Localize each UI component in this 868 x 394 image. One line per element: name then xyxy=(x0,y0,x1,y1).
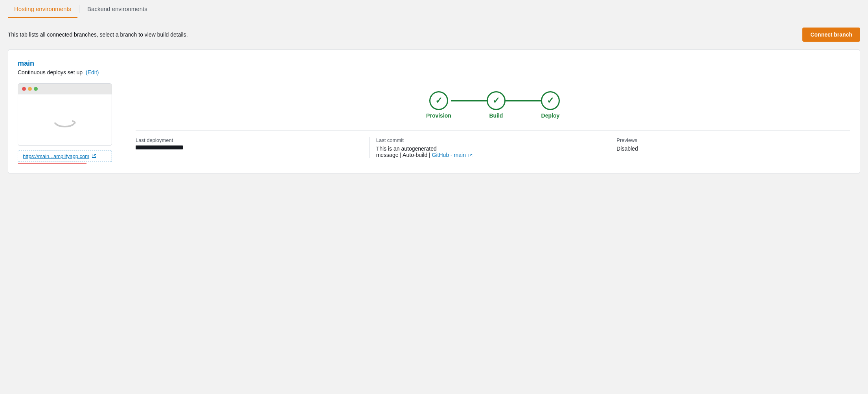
pipeline-line-2 xyxy=(506,100,541,101)
previews-value: Disabled xyxy=(616,145,844,152)
last-commit-text1: This is an autogenerated xyxy=(376,145,437,152)
tabs-bar: Hosting environments Backend environment… xyxy=(0,0,868,18)
preview-section: https://main...amplifyapp.com xyxy=(18,83,120,164)
page-wrapper: Hosting environments Backend environment… xyxy=(0,0,868,394)
detail-col-last-deployment: Last deployment xyxy=(136,137,370,158)
last-deployment-bar xyxy=(136,145,183,149)
last-commit-label: Last commit xyxy=(376,137,604,143)
tab-hosting[interactable]: Hosting environments xyxy=(8,0,77,18)
github-link[interactable]: GitHub - main xyxy=(432,152,473,158)
pipeline-step-deploy: ✓ Deploy xyxy=(541,91,560,119)
pipeline-and-details: ✓ Provision ✓ Build xyxy=(136,83,850,158)
last-commit-value: This is an autogenerated message | Auto-… xyxy=(376,145,604,158)
pipeline-step-provision: ✓ Provision xyxy=(426,91,451,119)
detail-col-last-commit: Last commit This is an autogenerated mes… xyxy=(370,137,611,158)
edit-link[interactable]: (Edit) xyxy=(86,69,99,75)
continuous-deploys-row: Continuous deploys set up (Edit) xyxy=(18,69,850,75)
browser-toolbar xyxy=(18,84,112,94)
branch-name[interactable]: main xyxy=(18,59,850,68)
dot-red xyxy=(22,87,26,91)
previews-label: Previews xyxy=(616,137,844,143)
amazon-smile-icon xyxy=(49,108,81,132)
pipeline-circle-deploy: ✓ xyxy=(541,91,560,110)
tab-divider xyxy=(79,5,79,13)
branch-card: main Continuous deploys set up (Edit) xyxy=(8,50,860,173)
branch-content: https://main...amplifyapp.com xyxy=(18,83,850,164)
dot-green xyxy=(34,87,38,91)
url-underline-red xyxy=(18,163,86,164)
pipeline: ✓ Provision ✓ Build xyxy=(136,83,850,123)
header-description: This tab lists all connected branches, s… xyxy=(8,31,188,38)
continuous-deploys-text: Continuous deploys set up xyxy=(18,69,83,75)
external-link-icon xyxy=(92,153,96,159)
last-deployment-label: Last deployment xyxy=(136,137,363,143)
checkmark-build: ✓ xyxy=(493,96,500,106)
last-commit-text2: message | Auto-build | xyxy=(376,152,430,158)
header-row: This tab lists all connected branches, s… xyxy=(8,28,860,42)
checkmark-deploy: ✓ xyxy=(547,96,554,106)
pipeline-circle-build: ✓ xyxy=(487,91,506,110)
content-area: This tab lists all connected branches, s… xyxy=(0,18,868,183)
browser-body xyxy=(18,94,112,145)
dot-yellow xyxy=(28,87,32,91)
pipeline-step-build: ✓ Build xyxy=(487,91,506,119)
preview-url[interactable]: https://main...amplifyapp.com xyxy=(23,153,89,159)
github-external-link-icon xyxy=(468,153,473,158)
connect-branch-button[interactable]: Connect branch xyxy=(802,28,860,42)
checkmark-provision: ✓ xyxy=(435,96,442,106)
pipeline-label-build: Build xyxy=(489,112,503,119)
details-row: Last deployment Last commit This is an a… xyxy=(136,131,850,158)
pipeline-label-provision: Provision xyxy=(426,112,451,119)
tab-backend[interactable]: Backend environments xyxy=(81,0,154,18)
pipeline-line-1 xyxy=(451,100,487,101)
url-link-box[interactable]: https://main...amplifyapp.com xyxy=(18,151,112,162)
browser-mock xyxy=(18,83,112,146)
detail-col-previews: Previews Disabled xyxy=(610,137,850,158)
pipeline-circle-provision: ✓ xyxy=(429,91,448,110)
pipeline-label-deploy: Deploy xyxy=(541,112,560,119)
